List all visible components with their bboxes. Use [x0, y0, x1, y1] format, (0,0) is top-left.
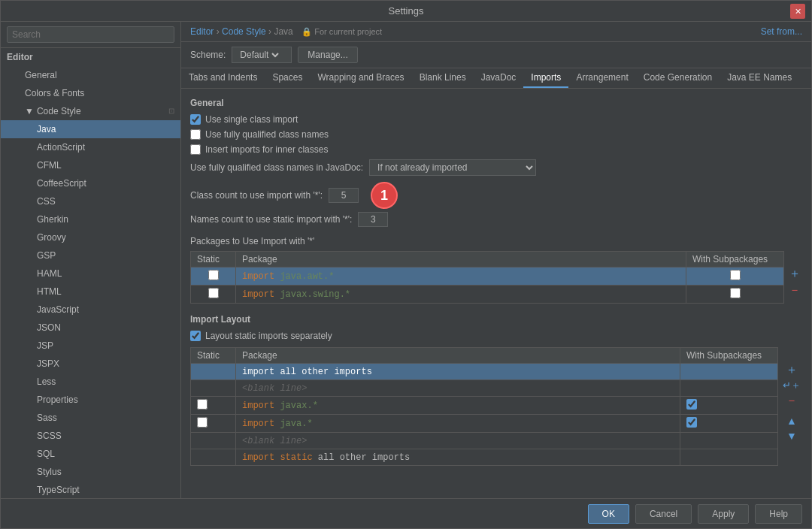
tab-java-ee-names[interactable]: Java EE Names [720, 68, 799, 88]
layout-subpackages-checkbox-row[interactable] [686, 417, 697, 428]
layout-static-cell[interactable] [191, 397, 236, 415]
scheme-dropdown[interactable]: Default [237, 49, 281, 61]
sidebar-item-haml[interactable]: HAML [1, 264, 180, 283]
sidebar-item-coffeescript[interactable]: CoffeeScript [1, 174, 180, 192]
layout-static-checkbox[interactable] [190, 331, 201, 341]
sidebar-item-javascript[interactable]: JavaScript [1, 301, 180, 319]
layout-subpackages-cell[interactable] [680, 433, 778, 449]
layout-add-indent-button[interactable]: ↵＋ [781, 379, 802, 391]
fully-qualified-dropdown[interactable]: If not already imported [370, 160, 535, 175]
cancel-button[interactable]: Cancel [635, 504, 692, 524]
static-checkbox[interactable] [208, 288, 219, 298]
layout-subpackages-cell[interactable] [680, 364, 778, 380]
ok-button[interactable]: OK [588, 504, 629, 524]
layout-subpackages-cell[interactable] [680, 449, 778, 466]
tab-tabs-indents[interactable]: Tabs and Indents [181, 68, 265, 88]
sidebar-item-editor[interactable]: Editor [1, 48, 180, 66]
table-row[interactable]: import java.awt.* [191, 268, 784, 286]
annotation-badge: 1 [371, 182, 398, 209]
sidebar-item-cfml[interactable]: CFML [1, 156, 180, 174]
breadcrumb-code-style[interactable]: Code Style [222, 26, 266, 37]
tab-spaces[interactable]: Spaces [265, 68, 310, 88]
sidebar-item-properties[interactable]: Properties [1, 391, 180, 409]
layout-move-up-button[interactable]: ▲ [781, 414, 802, 428]
set-from-link[interactable]: Set from... [761, 26, 802, 37]
sidebar-item-stylus[interactable]: Stylus [1, 463, 180, 481]
class-count-input[interactable] [329, 188, 359, 203]
table-row[interactable]: import all other imports [191, 364, 778, 380]
layout-subpackages-cell[interactable] [680, 397, 778, 415]
sidebar-item-gsp[interactable]: GSP [1, 246, 180, 264]
layout-static-cell[interactable] [191, 364, 236, 380]
settings-window: Settings ✕ Editor General Colors & Fonts… [0, 0, 812, 529]
layout-subpackages-cell[interactable] [680, 380, 778, 397]
tab-arrangement[interactable]: Arrangement [568, 68, 635, 88]
sidebar-item-general[interactable]: General [1, 66, 180, 84]
table-row[interactable]: import javax.swing.* [191, 286, 784, 304]
search-input[interactable] [7, 26, 174, 43]
sidebar-item-sass[interactable]: Sass [1, 409, 180, 427]
layout-static-cell[interactable] [191, 380, 236, 397]
layout-subpackages-checkbox-row[interactable] [686, 399, 697, 410]
table-row[interactable]: <blank line> [191, 380, 778, 397]
sidebar-item-less[interactable]: Less [1, 373, 180, 391]
sidebar-item-groovy[interactable]: Groovy [1, 228, 180, 246]
table-row[interactable]: import javax.* [191, 397, 778, 415]
layout-static-checkbox-row[interactable] [197, 399, 208, 410]
use-fully-qualified-checkbox[interactable] [190, 129, 201, 140]
names-count-input[interactable] [358, 212, 388, 227]
sidebar-item-sql[interactable]: SQL [1, 445, 180, 463]
add-package-button[interactable]: ＋ [787, 266, 802, 281]
tab-imports[interactable]: Imports [523, 68, 568, 88]
layout-static-cell[interactable] [191, 415, 236, 433]
sidebar-item-colors-fonts[interactable]: Colors & Fonts [1, 84, 180, 102]
layout-col-static: Static [191, 348, 236, 364]
help-button[interactable]: Help [755, 504, 802, 524]
breadcrumb-editor[interactable]: Editor [190, 26, 214, 37]
table-row[interactable]: <blank line> [191, 433, 778, 449]
tab-code-generation[interactable]: Code Generation [636, 68, 720, 88]
subpackages-checkbox[interactable] [730, 288, 741, 298]
tab-javadoc[interactable]: JavaDoc [474, 68, 524, 88]
layout-package-cell: import static all other imports [236, 449, 680, 466]
table-row[interactable]: import static all other imports [191, 449, 778, 466]
layout-subpackages-cell[interactable] [680, 415, 778, 433]
sidebar-item-actionscript[interactable]: ActionScript [1, 138, 180, 156]
fully-qualified-select-wrapper[interactable]: If not already imported [369, 159, 536, 176]
static-cell[interactable] [191, 268, 236, 286]
manage-button[interactable]: Manage... [298, 47, 357, 63]
subpackages-cell[interactable] [686, 268, 784, 286]
static-cell[interactable] [191, 286, 236, 304]
layout-move-down-button[interactable]: ▼ [781, 429, 802, 443]
sidebar-item-typescript[interactable]: TypeScript [1, 481, 180, 498]
use-single-class-checkbox[interactable] [190, 114, 201, 125]
titlebar: Settings ✕ [1, 1, 811, 22]
sidebar-item-gherkin[interactable]: Gherkin [1, 210, 180, 228]
sidebar-item-code-style[interactable]: ▼Code Style ⊡ [1, 102, 180, 120]
sidebar-item-java[interactable]: Java [1, 120, 180, 138]
sidebar-item-html[interactable]: HTML [1, 283, 180, 301]
layout-remove-button[interactable]: － [781, 393, 802, 408]
sidebar-item-css[interactable]: CSS [1, 192, 180, 210]
layout-static-cell[interactable] [191, 449, 236, 466]
sidebar-item-scss[interactable]: SCSS [1, 427, 180, 445]
sidebar-item-jspx[interactable]: JSPX [1, 355, 180, 373]
static-checkbox[interactable] [208, 270, 219, 280]
sidebar-item-jsp[interactable]: JSP [1, 337, 180, 355]
insert-imports-inner-checkbox[interactable] [190, 144, 201, 155]
tab-wrapping[interactable]: Wrapping and Braces [310, 68, 411, 88]
apply-button[interactable]: Apply [698, 504, 749, 524]
layout-static-cell[interactable] [191, 433, 236, 449]
col-with-subpackages: With Subpackages [686, 252, 784, 268]
remove-package-button[interactable]: － [787, 283, 802, 298]
close-button[interactable]: ✕ [790, 4, 805, 19]
subpackages-checkbox[interactable] [730, 270, 741, 280]
table-row[interactable]: import java.* [191, 415, 778, 433]
breadcrumb: Editor › Code Style › Java 🔒 For current… [181, 22, 811, 42]
tab-blank-lines[interactable]: Blank Lines [412, 68, 474, 88]
layout-static-checkbox-row[interactable] [197, 417, 208, 428]
sidebar-item-json[interactable]: JSON [1, 319, 180, 337]
subpackages-cell[interactable] [686, 286, 784, 304]
layout-add-button[interactable]: ＋ [781, 362, 802, 377]
scheme-select-wrapper[interactable]: Default [232, 47, 292, 63]
